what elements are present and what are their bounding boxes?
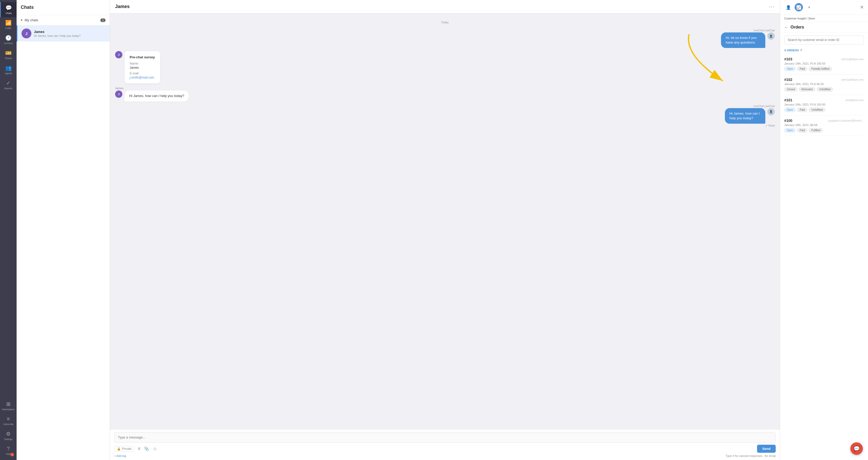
reports-icon: ✓ bbox=[6, 80, 11, 86]
chat-preview: Hi James, how can I help you today? bbox=[34, 34, 105, 37]
agent-avatar-sm: 👤 bbox=[767, 32, 775, 40]
chat-item-james[interactable]: J James Hi James, how can I help you tod… bbox=[17, 25, 110, 41]
order-card-102[interactable]: #102 john1@dope.com January 18th, 2021; … bbox=[784, 74, 864, 95]
order-card-100[interactable]: #100 j.gogola+customer@livech... January… bbox=[784, 115, 864, 136]
chat-main: James ··· Today LiveChat LiveChat Hi, le… bbox=[110, 0, 780, 460]
tag-partial: Partially fulfilled bbox=[809, 67, 832, 71]
order-top-103: #103 john1@dope.com bbox=[784, 57, 864, 61]
order-date-101: January 18th, 2021; PLN 100.00 bbox=[784, 103, 864, 106]
order-id-102: #102 bbox=[784, 78, 792, 82]
private-toggle[interactable]: 🔒 Private bbox=[114, 446, 134, 452]
chat-toolbar: 🔒 Private # 📎 ☺ Send bbox=[114, 445, 776, 453]
store-tab[interactable]: 📈 bbox=[795, 3, 803, 11]
store-icon: 📈 bbox=[796, 5, 801, 10]
sidebar-item-help[interactable]: ? Help 1 bbox=[0, 443, 17, 458]
close-panel-button[interactable]: ✕ bbox=[860, 4, 864, 10]
hash-icon[interactable]: # bbox=[138, 447, 140, 451]
message-bubble-agent: Hi, let us know if you have any question… bbox=[721, 32, 765, 48]
search-orders-input[interactable] bbox=[784, 35, 864, 44]
order-top-100: #100 j.gogola+customer@livech... bbox=[784, 119, 864, 123]
user-message-hi-row: James J Hi James, how can I help you tod… bbox=[115, 87, 775, 101]
marketplace-icon: ⊞ bbox=[6, 401, 11, 407]
order-email-102: john1@dope.com bbox=[842, 78, 864, 81]
survey-name-value: James bbox=[130, 66, 155, 69]
agent-label: LiveChat LiveChat bbox=[753, 29, 775, 32]
tag-closed: Closed bbox=[784, 87, 798, 92]
add-integration-btn[interactable]: + bbox=[805, 3, 813, 11]
sidebar-item-archives[interactable]: 🕐 Archives bbox=[0, 32, 17, 47]
canned-hint: Type # for canned responses : for emoji bbox=[726, 454, 776, 457]
order-id-103: #103 bbox=[784, 57, 792, 61]
breadcrumb: Customer Insight / Store bbox=[780, 15, 868, 22]
chats-icon: 💬 bbox=[5, 5, 12, 11]
date-separator: Today bbox=[115, 21, 775, 24]
order-top-102: #102 john1@dope.com bbox=[784, 78, 864, 82]
chat-name: James bbox=[34, 30, 105, 34]
sidebar-item-label: Chats bbox=[6, 12, 12, 14]
chats-panel-header: Chats bbox=[17, 0, 110, 15]
messages-container: Today LiveChat LiveChat Hi, let us know … bbox=[110, 13, 780, 429]
emoji-icon[interactable]: ☺ bbox=[153, 447, 157, 451]
send-button[interactable]: Send bbox=[757, 445, 776, 453]
private-label: Private bbox=[122, 447, 131, 451]
tag-unfulfilled: Unfulfilled bbox=[817, 87, 833, 92]
sidebar-item-settings[interactable]: ⚙ Settings bbox=[0, 428, 17, 443]
tag-open: Open bbox=[784, 67, 796, 71]
person-icon: 👤 bbox=[786, 5, 791, 10]
external-link-icon[interactable]: ↗ bbox=[800, 49, 802, 52]
floating-chat-button[interactable]: 💬 bbox=[850, 442, 863, 455]
order-tags-103: Open Paid Partially fulfilled bbox=[784, 67, 864, 71]
my-chats-row[interactable]: ▾ My chats 1 bbox=[17, 15, 110, 25]
user-message-row: J Hi James, how can I help you today? bbox=[115, 91, 775, 101]
tag-paid: Paid bbox=[797, 67, 807, 71]
order-card-103[interactable]: #103 john1@dope.com January 19th, 2021; … bbox=[784, 54, 864, 74]
sidebar-item-tickets[interactable]: 🎫 Tickets bbox=[0, 47, 17, 62]
sidebar-item-agents[interactable]: 👥 Agents bbox=[0, 62, 17, 77]
add-tag-button[interactable]: + Add tag bbox=[114, 454, 126, 457]
tag-unfulfilled-101: Unfulfilled bbox=[809, 108, 825, 112]
tag-fulfilled-100: Fulfilled bbox=[809, 128, 823, 132]
attach-icon[interactable]: 📎 bbox=[144, 446, 149, 451]
subscribe-icon: ≡ bbox=[7, 416, 10, 422]
chat-input-area: 🔒 Private # 📎 ☺ Send + Add tag Type # fo… bbox=[110, 429, 780, 460]
order-top-101: #101 test@test.com bbox=[784, 98, 864, 102]
avatar: J bbox=[22, 29, 31, 38]
sidebar-item-label: Help bbox=[6, 453, 11, 455]
customer-profile-tab[interactable]: 👤 bbox=[784, 3, 793, 11]
sidebar-item-chats[interactable]: 💬 Chats bbox=[0, 2, 17, 17]
agent-message-2: LiveChat LiveChat Hi James, how can I he… bbox=[115, 105, 775, 127]
right-panel-header: 👤 📈 + ✕ bbox=[780, 0, 868, 15]
chat-info: James Hi James, how can I help you today… bbox=[34, 30, 105, 37]
sidebar-item-traffic[interactable]: 📶 Traffic bbox=[0, 17, 17, 32]
order-card-101[interactable]: #101 test@test.com January 18th, 2021; P… bbox=[784, 95, 864, 115]
orders-title: Orders bbox=[790, 25, 804, 30]
survey-email-value[interactable]: j.smith@mail.com bbox=[130, 76, 154, 79]
sidebar-item-reports[interactable]: ✓ Reports bbox=[0, 77, 17, 92]
message-input[interactable] bbox=[114, 432, 776, 442]
my-chats-count-badge: 1 bbox=[100, 19, 105, 22]
input-footer: + Add tag Type # for canned responses : … bbox=[114, 453, 776, 457]
order-id-100: #100 bbox=[784, 119, 792, 123]
right-panel: 👤 📈 + ✕ Customer Insight / Store ← Order… bbox=[780, 0, 868, 460]
order-email-101: test@test.com bbox=[846, 98, 864, 102]
read-status: ✓ Read bbox=[766, 124, 775, 127]
settings-icon: ⚙ bbox=[6, 431, 11, 437]
sidebar-item-label: Traffic bbox=[5, 27, 12, 30]
sidebar-item-marketplace[interactable]: ⊞ Marketplace bbox=[0, 398, 17, 413]
order-email-103: john1@dope.com bbox=[842, 58, 864, 61]
help-icon: ? bbox=[7, 446, 9, 452]
order-tags-100: Open Paid Fulfilled bbox=[784, 128, 864, 132]
more-options-icon[interactable]: ··· bbox=[769, 4, 775, 9]
prechat-survey-card: Pre-chat survey Name: James E-mail: j.sm… bbox=[124, 51, 160, 84]
tag-paid-100: Paid bbox=[797, 128, 807, 132]
order-id-101: #101 bbox=[784, 98, 792, 102]
right-panel-tabs: 👤 📈 + bbox=[784, 3, 813, 11]
back-arrow-icon[interactable]: ← bbox=[784, 25, 788, 30]
tag-paid-101: Paid bbox=[797, 108, 807, 112]
sidebar-item-subscribe[interactable]: ≡ Subscribe bbox=[0, 413, 17, 428]
plus-icon: + bbox=[808, 5, 810, 9]
tag-refunded: Refunded bbox=[799, 87, 815, 92]
chat-main-header: James ··· bbox=[110, 0, 780, 13]
orders-count: 4 ORDERS ↗ bbox=[780, 48, 868, 54]
orders-list: #103 john1@dope.com January 19th, 2021; … bbox=[780, 54, 868, 460]
